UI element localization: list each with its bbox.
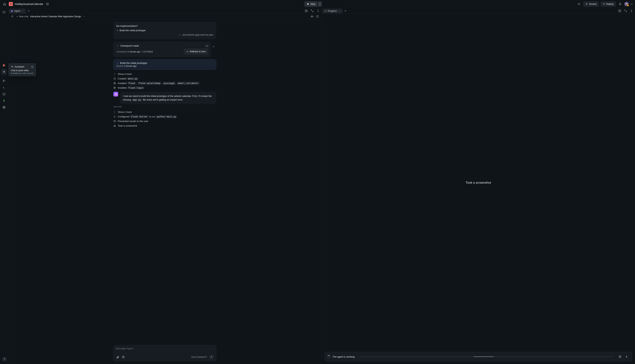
plan-bubble: the implementation? Build the initial pr… (113, 22, 216, 39)
assistant-tooltip: Assistant Chat & quick edits 5 cents per… (9, 63, 36, 76)
preview-rail-icon[interactable] (1, 91, 7, 97)
tooltip-price: 5 cents per edit request (11, 72, 34, 74)
stop-label: Stop (310, 2, 315, 5)
home-icon[interactable] (2, 1, 7, 7)
search-icon[interactable] (576, 1, 582, 7)
svg-rect-11 (3, 108, 4, 108)
close-icon[interactable] (338, 10, 341, 12)
send-button[interactable] (209, 355, 214, 360)
tab-overflow-icon[interactable] (315, 8, 321, 14)
checkpoint-expand-icon[interactable] (211, 45, 216, 48)
cost-label: $0 (311, 15, 313, 18)
progress-bar (359, 356, 613, 357)
check-icon (178, 34, 181, 36)
stop-button[interactable]: Stop (304, 1, 317, 7)
stop-dropdown-icon[interactable] (318, 1, 322, 7)
spinner-icon (327, 355, 330, 358)
camera-icon (113, 124, 116, 127)
attach-icon[interactable] (116, 355, 120, 359)
git-rail-icon[interactable] (1, 78, 7, 84)
deploy-rail-icon[interactable] (1, 98, 7, 104)
thread-title[interactable]: Interactive Advent Calendar Web Applicat… (30, 15, 81, 18)
svg-rect-16 (12, 11, 13, 12)
cost-refresh-icon[interactable] (315, 14, 319, 18)
step-presented[interactable]: Presented results to the user (113, 120, 216, 123)
step-screenshot[interactable]: Took a screenshot (113, 124, 216, 128)
started-time: 1 minute ago (124, 65, 136, 67)
svg-rect-13 (11, 10, 12, 11)
expand-icon[interactable] (623, 8, 628, 14)
svg-point-33 (631, 11, 632, 11)
svg-point-29 (123, 357, 123, 357)
svg-rect-10 (4, 106, 5, 107)
help-button[interactable]: ? (2, 357, 7, 362)
svg-point-18 (318, 10, 318, 10)
new-chat-button[interactable]: New chat (16, 15, 28, 18)
rollback-button[interactable]: Rollback to here (184, 48, 208, 54)
step-configured[interactable]: Configured Flask Server to run python ma… (113, 115, 216, 118)
step-installed-2[interactable]: Installed flask-login (113, 86, 216, 90)
show-more-1[interactable]: Show 4 more (113, 72, 216, 76)
package-icon (113, 86, 116, 89)
new-chat-label: New chat (19, 15, 28, 18)
layout-icon[interactable] (617, 8, 622, 14)
slash-command-icon[interactable] (121, 355, 125, 359)
play-icon (113, 116, 116, 118)
shell-rail-icon[interactable] (1, 84, 7, 90)
pin-icon[interactable] (624, 354, 629, 360)
close-icon[interactable] (21, 10, 24, 12)
assistant-message: I see we need to build the initial proto… (120, 92, 216, 104)
replit-ai-icon[interactable] (1, 62, 7, 68)
avatar-chevron-icon[interactable] (630, 1, 633, 7)
project-name[interactable]: HolidaySurpriseCalendar (15, 2, 43, 6)
status-text: The agent is working. (333, 356, 355, 358)
info-icon[interactable] (31, 66, 34, 68)
deploy-button[interactable]: Deploy (600, 1, 616, 7)
chevron-down-icon[interactable] (83, 16, 85, 18)
tab-add-icon[interactable] (343, 8, 348, 14)
svg-point-3 (586, 3, 587, 4)
svg-rect-15 (11, 11, 12, 12)
project-badge: H (9, 2, 13, 6)
expand-icon[interactable] (309, 8, 315, 14)
commit-icon (116, 44, 119, 47)
commit-hash: 115f4bb6 (142, 50, 153, 53)
step-installed-1[interactable]: Installed flask, flask-sqlalchemy, psyco… (113, 82, 216, 85)
tab-overflow-icon[interactable] (629, 8, 634, 14)
project-overflow-icon[interactable] (45, 1, 50, 7)
access-button[interactable]: Access (583, 1, 599, 7)
tab-agent[interactable]: Agent (9, 8, 26, 14)
cloud-icon (205, 44, 208, 47)
assistant-rail-icon[interactable] (1, 69, 7, 75)
svg-point-5 (3, 80, 4, 80)
checkpoint-title: Checkpoint made (120, 44, 139, 48)
step-created-file[interactable]: Created main.py (113, 77, 216, 80)
svg-rect-26 (114, 120, 116, 122)
feedback-link[interactable]: Have feedback? (191, 356, 207, 358)
files-icon[interactable] (1, 9, 7, 15)
composer: Have feedback? (113, 345, 216, 361)
notifications-icon[interactable] (617, 1, 623, 7)
task-card: Build the initial prototype Started 1 mi… (113, 59, 216, 70)
tab-add-icon[interactable] (26, 8, 31, 14)
svg-rect-28 (122, 356, 124, 358)
threads-icon[interactable] (10, 14, 14, 18)
expand-vertical-icon (113, 111, 116, 114)
assistant-avatar (113, 92, 118, 96)
tab-progress[interactable]: Progress (322, 8, 342, 14)
svg-point-21 (117, 46, 118, 46)
task-run-icon (116, 62, 119, 64)
show-more-2[interactable]: Show 2 more (113, 110, 216, 114)
layout-icon[interactable] (304, 8, 309, 14)
avatar[interactable]: VI (624, 2, 629, 6)
tab-progress-label: Progress (328, 10, 337, 12)
timestamp-just-now: Just now (113, 106, 216, 108)
svg-rect-24 (115, 94, 116, 95)
completed-label: Completed (116, 50, 127, 53)
open-external-icon[interactable] (617, 354, 623, 360)
message-input[interactable] (116, 347, 214, 353)
rollback-label: Rollback to here (190, 50, 206, 53)
apps-rail-icon[interactable] (1, 104, 7, 110)
package-icon (113, 82, 116, 84)
svg-rect-23 (116, 94, 117, 94)
